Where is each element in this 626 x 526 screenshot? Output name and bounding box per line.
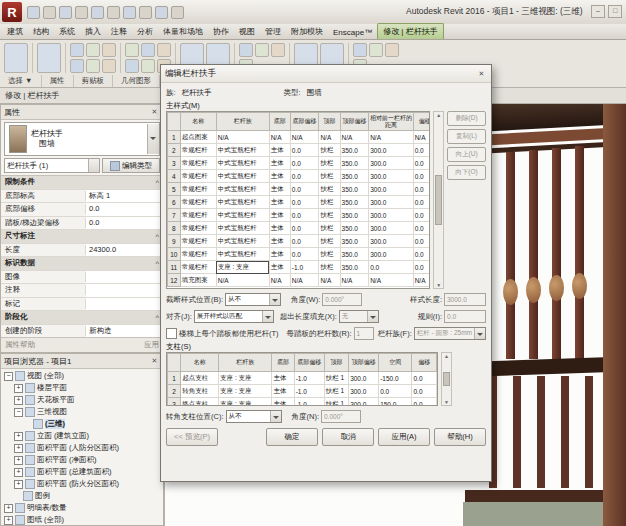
table-cell[interactable]: 0.0: [412, 398, 437, 407]
table-cell[interactable]: 支座 : 支座: [219, 398, 272, 407]
row-number[interactable]: 1: [168, 131, 181, 144]
table-cell[interactable]: 主体: [269, 235, 290, 248]
row-number[interactable]: 12: [168, 274, 181, 287]
edit-type-button[interactable]: 编辑类型: [102, 158, 160, 173]
table-cell[interactable]: 0.0: [290, 222, 319, 235]
table-cell[interactable]: N/A: [216, 131, 269, 144]
tree-expander-icon[interactable]: +: [14, 444, 23, 453]
chevron-down-icon[interactable]: [262, 311, 273, 322]
ribbon-tab[interactable]: 建筑: [2, 24, 28, 39]
row-number[interactable]: 9: [168, 235, 181, 248]
table-cell[interactable]: 300.0: [369, 248, 413, 261]
table-cell[interactable]: 0.0: [290, 248, 319, 261]
property-section-header[interactable]: 尺寸标注^: [1, 230, 163, 244]
chevron-down-icon[interactable]: [367, 311, 378, 322]
table-cell[interactable]: N/A: [413, 274, 430, 287]
offset-icon[interactable]: [157, 43, 171, 57]
table-cell[interactable]: 350.0: [340, 235, 369, 248]
tree-item[interactable]: (三维): [1, 418, 163, 430]
preview-button[interactable]: << 预览(P): [166, 428, 218, 446]
table-cell[interactable]: 中式宝瓶栏杆: [216, 157, 269, 170]
revit-logo-icon[interactable]: R: [2, 2, 22, 22]
undo-icon[interactable]: [75, 6, 88, 19]
table-cell[interactable]: 300.0: [369, 222, 413, 235]
table-cell[interactable]: -150.0: [379, 372, 412, 385]
row-number[interactable]: 6: [168, 196, 181, 209]
table-row[interactable]: 1起点支柱支座 : 支座主体-1.0扶栏 1300.0-150.00.0: [168, 372, 437, 385]
justify-select[interactable]: 展开样式以匹配: [194, 310, 274, 323]
chevron-down-icon[interactable]: [147, 124, 159, 154]
tree-item[interactable]: −三维视图: [1, 406, 163, 418]
table-cell[interactable]: 300.0: [369, 144, 413, 157]
table-cell[interactable]: 中式宝瓶栏杆: [216, 235, 269, 248]
table-row[interactable]: 10常规栏杆中式宝瓶栏杆主体0.0扶栏350.0300.00.0: [168, 248, 431, 261]
split-icon[interactable]: [102, 59, 116, 73]
table-cell[interactable]: 0.0: [290, 235, 319, 248]
row-number[interactable]: 3: [168, 157, 181, 170]
table-row[interactable]: 3常规栏杆中式宝瓶栏杆主体0.0扶栏350.0300.00.0: [168, 157, 431, 170]
tree-expander-icon[interactable]: +: [14, 456, 23, 465]
table-cell[interactable]: 300.0: [369, 183, 413, 196]
ribbon-tab[interactable]: 结构: [28, 24, 54, 39]
table-cell[interactable]: 起点图案: [180, 131, 216, 144]
table-row[interactable]: 7常规栏杆中式宝瓶栏杆主体0.0扶栏350.0300.00.0: [168, 209, 431, 222]
modify-select-icon[interactable]: [4, 43, 28, 73]
table-cell[interactable]: 扶栏: [319, 261, 340, 274]
table-cell[interactable]: N/A: [369, 274, 413, 287]
table-row[interactable]: 12填充图案N/AN/AN/AN/AN/AN/AN/A: [168, 274, 431, 287]
chevron-down-icon[interactable]: [270, 411, 281, 422]
table-cell[interactable]: 常规栏杆: [180, 144, 216, 157]
spacing-field[interactable]: 0.0: [444, 310, 486, 323]
property-value[interactable]: 标高 1: [86, 190, 163, 203]
table-cell[interactable]: 300.0: [349, 385, 379, 398]
table-cell[interactable]: 0.0: [412, 385, 437, 398]
table-cell[interactable]: 0.0: [413, 248, 430, 261]
table-cell[interactable]: 350.0: [340, 170, 369, 183]
table-cell[interactable]: 支座 : 支座: [219, 372, 272, 385]
minimize-icon[interactable]: –: [591, 5, 605, 18]
table-cell[interactable]: N/A: [290, 131, 319, 144]
table-cell[interactable]: 主体: [272, 385, 294, 398]
measure-icon[interactable]: [123, 6, 136, 19]
table-cell[interactable]: 0.0: [413, 157, 430, 170]
table-cell[interactable]: 常规栏杆: [180, 157, 216, 170]
table-cell[interactable]: 扶栏: [319, 248, 340, 261]
table-cell[interactable]: 350.0: [340, 261, 369, 274]
table-cell[interactable]: 0.0: [369, 261, 413, 274]
table-cell[interactable]: N/A: [290, 274, 319, 287]
element-filter-select[interactable]: 栏杆扶手 (1): [4, 158, 100, 173]
ribbon-tab[interactable]: 系统: [54, 24, 80, 39]
table-cell[interactable]: 扶栏: [319, 235, 340, 248]
align-icon[interactable]: [125, 59, 139, 73]
chevron-down-icon[interactable]: [88, 159, 99, 172]
table-cell[interactable]: 350.0: [340, 157, 369, 170]
table-cell[interactable]: 主体: [272, 372, 294, 385]
table-cell[interactable]: 扶栏: [319, 196, 340, 209]
tree-expander-icon[interactable]: −: [14, 408, 23, 417]
property-value[interactable]: 0.0: [86, 217, 163, 230]
scroll-up-icon[interactable]: ▲: [436, 112, 441, 118]
close-icon[interactable]: ✕: [149, 357, 160, 365]
property-value[interactable]: [86, 284, 163, 297]
table-cell[interactable]: 350.0: [340, 209, 369, 222]
table-row[interactable]: 6常规栏杆中式宝瓶栏杆主体0.0扶栏350.0300.00.0: [168, 196, 431, 209]
sync-icon[interactable]: [59, 6, 72, 19]
help-button[interactable]: 帮助(H): [434, 428, 486, 446]
table-cell[interactable]: 主体: [269, 222, 290, 235]
table-cell[interactable]: 主体: [269, 157, 290, 170]
side-button[interactable]: 向上(U): [447, 147, 486, 162]
table-cell[interactable]: 0.0: [290, 170, 319, 183]
scroll-down-icon[interactable]: ▼: [436, 282, 441, 288]
table-cell[interactable]: 0.0: [413, 261, 430, 274]
tree-expander-icon[interactable]: +: [14, 432, 23, 441]
3d-view-icon[interactable]: [155, 6, 168, 19]
section-icon[interactable]: [171, 6, 184, 19]
table-row[interactable]: 11常规栏杆支座 : 支座主体-1.0扶栏350.00.00.0: [168, 261, 431, 274]
table-cell[interactable]: 300.0: [349, 372, 379, 385]
tree-item[interactable]: +图纸 (全部): [1, 514, 163, 526]
save-icon[interactable]: [43, 6, 56, 19]
table-cell[interactable]: 350.0: [340, 248, 369, 261]
table-row[interactable]: 2常规栏杆中式宝瓶栏杆主体0.0扶栏350.0300.00.0: [168, 144, 431, 157]
property-value[interactable]: [86, 271, 163, 284]
ribbon-tab[interactable]: 注释: [106, 24, 132, 39]
